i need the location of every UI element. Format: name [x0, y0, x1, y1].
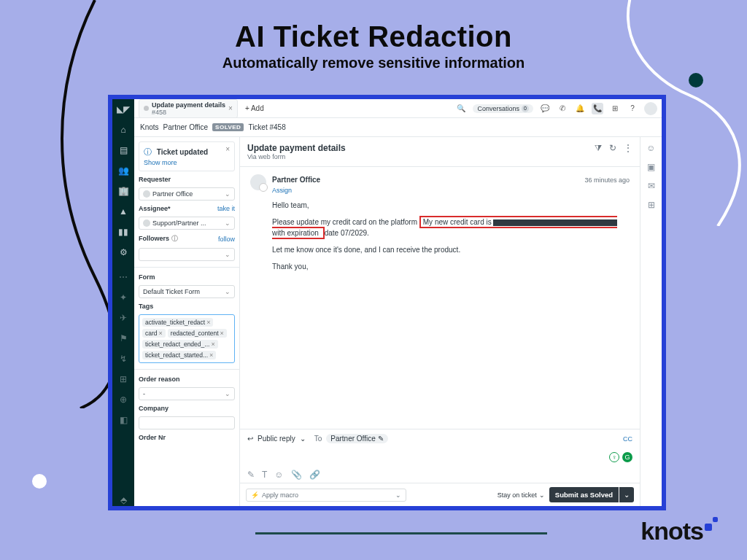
apps-icon[interactable]: ⊞: [609, 103, 621, 114]
profile-avatar[interactable]: [644, 102, 657, 115]
nav-item[interactable]: ⚑: [117, 332, 129, 344]
brand-logo: knots: [640, 517, 718, 545]
chevron-down-icon: ⌄: [225, 288, 231, 295]
grid-icon[interactable]: ⊞: [648, 200, 655, 210]
filter-icon[interactable]: ⧩: [595, 143, 602, 153]
reply-bar: ↩ Public reply ⌄ To Partner Office ✎ CC: [240, 429, 640, 448]
stay-on-ticket-toggle[interactable]: Stay on ticket ⌄: [498, 491, 545, 499]
info-icon[interactable]: ⓘ: [171, 235, 178, 242]
home-icon[interactable]: ⌂: [117, 124, 129, 136]
grammarly-icon[interactable]: G: [622, 452, 632, 462]
tags-input[interactable]: activate_ticket_redact× card× redacted_c…: [139, 314, 235, 363]
apps-icon-sm[interactable]: ✉: [648, 181, 655, 191]
nav-item[interactable]: ⋯: [117, 271, 129, 283]
form-label: Form: [139, 273, 155, 281]
status-badge: SOLVED: [212, 123, 244, 131]
tag: ticket_redact_ended_...×: [142, 340, 218, 349]
people-icon[interactable]: 👥: [117, 165, 129, 176]
format-icon[interactable]: ✎: [247, 470, 255, 480]
chevron-down-icon: ⌄: [225, 251, 231, 258]
remove-tag-icon[interactable]: ×: [209, 351, 213, 359]
message-line: Hello team,: [272, 200, 630, 211]
views-icon[interactable]: ▲: [117, 206, 129, 217]
more-icon[interactable]: ⋮: [624, 143, 632, 153]
text-icon[interactable]: T: [262, 470, 267, 480]
history-icon[interactable]: ↻: [609, 143, 616, 153]
close-tab-icon[interactable]: ×: [228, 104, 233, 112]
zendesk-icon[interactable]: ⬘: [117, 494, 129, 506]
close-icon[interactable]: ×: [225, 145, 230, 153]
add-tab-button[interactable]: + Add: [242, 104, 267, 112]
remove-tag-icon[interactable]: ×: [211, 341, 214, 348]
emoji-icon[interactable]: ☺: [274, 470, 283, 480]
decorative-underline: [255, 532, 547, 534]
crumb-org[interactable]: Knots: [140, 123, 159, 131]
search-icon[interactable]: 🔍: [455, 103, 467, 114]
nav-item[interactable]: ↯: [117, 353, 129, 365]
cc-link[interactable]: CC: [623, 435, 632, 443]
form-select[interactable]: Default Ticket Form ⌄: [139, 285, 235, 298]
recipient-chip[interactable]: Partner Office ✎: [326, 434, 388, 443]
logo-icon[interactable]: ◣◤: [117, 104, 129, 115]
assign-link[interactable]: Assign: [272, 186, 630, 196]
help-icon[interactable]: ?: [627, 103, 638, 114]
knowledge-icon[interactable]: ▣: [647, 162, 655, 172]
nav-item[interactable]: ⊞: [117, 373, 129, 385]
call-icon[interactable]: ✆: [557, 103, 568, 114]
grammarly-icon[interactable]: ♀: [609, 452, 619, 462]
org-icon[interactable]: 🏢: [117, 185, 129, 197]
requester-label: Requester: [139, 176, 171, 183]
app-frame: ◣◤ ⌂ ▤ 👥 🏢 ▲ ▮▮ ⚙ ⋯ ✦ ✈ ⚑ ↯ ⊞ ⊕ ◧ ⬘: [108, 95, 666, 510]
sender-avatar[interactable]: [250, 174, 266, 190]
bell-icon[interactable]: 🔔: [574, 103, 586, 114]
order-reason-select[interactable]: - ⌄: [139, 387, 235, 400]
requester-select[interactable]: Partner Office ⌄: [139, 187, 235, 201]
message-timestamp: 36 minutes ago: [584, 176, 630, 186]
company-input[interactable]: [139, 416, 235, 429]
message-line: Please update my credit card on the plat…: [272, 217, 630, 238]
take-it-link[interactable]: take it: [217, 205, 235, 212]
chat-icon[interactable]: 💬: [539, 103, 551, 114]
composer[interactable]: ♀ G ✎ T ☺ 📎 🔗: [240, 448, 640, 483]
remove-tag-icon[interactable]: ×: [206, 319, 210, 326]
user-icon[interactable]: ☺: [646, 143, 655, 153]
to-label: To: [314, 435, 322, 443]
tag: ticket_redact_started...×: [142, 351, 216, 359]
nav-item[interactable]: ✈: [117, 312, 129, 324]
submit-button[interactable]: Submit as Solved: [549, 487, 619, 502]
ticket-updated-alert: ⓘ Ticket updated × Show more: [139, 141, 235, 171]
submit-dropdown[interactable]: ⌄: [619, 487, 634, 502]
admin-icon[interactable]: ⚙: [117, 246, 129, 258]
order-reason-label: Order reason: [139, 376, 180, 383]
crumb-requester[interactable]: Partner Office: [163, 123, 209, 131]
followers-select[interactable]: ⌄: [139, 248, 235, 261]
edit-icon[interactable]: ✎: [378, 435, 384, 443]
nav-item[interactable]: ◧: [117, 414, 129, 426]
remove-tag-icon[interactable]: ×: [220, 330, 224, 337]
remove-tag-icon[interactable]: ×: [159, 330, 163, 337]
ticket-footer: ⚡ Apply macro ⌄ Stay on ticket ⌄ Submit …: [240, 483, 640, 506]
decorative-dot: [689, 73, 703, 88]
follow-link[interactable]: follow: [218, 236, 235, 243]
reports-icon[interactable]: ▮▮: [117, 226, 129, 238]
ticket-tab[interactable]: Update payment details #458 ×: [139, 99, 238, 118]
assignee-select[interactable]: Support/Partner ... ⌄: [139, 217, 235, 230]
nav-item[interactable]: ✦: [117, 292, 129, 303]
reply-mode[interactable]: Public reply: [258, 435, 295, 443]
user-icon: [143, 190, 150, 198]
sender-name[interactable]: Partner Office: [272, 174, 320, 185]
inbox-icon[interactable]: ▤: [117, 144, 129, 156]
chevron-down-icon[interactable]: ⌄: [300, 435, 306, 443]
conversations-pill[interactable]: Conversations 0: [473, 104, 533, 113]
apply-macro-select[interactable]: ⚡ Apply macro ⌄: [246, 489, 406, 502]
company-label: Company: [139, 405, 169, 412]
ticket-content: Update payment details Via web form ⧩ ↻ …: [240, 137, 640, 506]
crumb-ticket[interactable]: Ticket #458: [248, 123, 285, 131]
top-bar: Update payment details #458 × + Add 🔍 Co…: [134, 99, 662, 118]
attachment-icon[interactable]: 📎: [291, 470, 302, 480]
show-more-link[interactable]: Show more: [144, 159, 230, 166]
phone-icon[interactable]: 📞: [592, 103, 603, 114]
assignee-value: Support/Partner ...: [152, 219, 206, 227]
nav-item[interactable]: ⊕: [117, 394, 129, 405]
link-icon[interactable]: 🔗: [309, 470, 320, 480]
